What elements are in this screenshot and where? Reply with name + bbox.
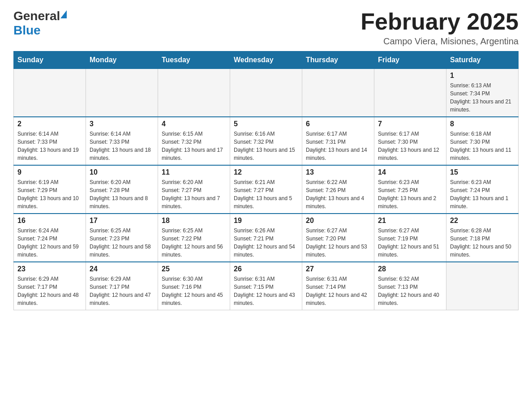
day-number: 17: [90, 217, 154, 225]
day-info: Sunrise: 6:27 AMSunset: 7:20 PMDaylight:…: [306, 227, 370, 259]
day-info: Sunrise: 6:23 AMSunset: 7:24 PMDaylight:…: [450, 178, 515, 210]
calendar-day-cell: 3Sunrise: 6:14 AMSunset: 7:33 PMDaylight…: [86, 117, 158, 165]
calendar-day-cell: 17Sunrise: 6:25 AMSunset: 7:23 PMDayligh…: [86, 214, 158, 262]
day-number: 26: [234, 265, 298, 273]
day-info: Sunrise: 6:20 AMSunset: 7:27 PMDaylight:…: [162, 178, 226, 210]
day-info: Sunrise: 6:14 AMSunset: 7:33 PMDaylight:…: [90, 130, 154, 162]
calendar-subtitle: Campo Viera, Misiones, Argentina: [360, 36, 519, 47]
day-of-week-header: Thursday: [302, 51, 374, 69]
day-number: 24: [90, 265, 154, 273]
day-info: Sunrise: 6:31 AMSunset: 7:14 PMDaylight:…: [306, 275, 370, 307]
calendar-day-cell: [374, 69, 446, 117]
calendar-day-cell: [86, 69, 158, 117]
calendar-day-cell: [230, 69, 302, 117]
calendar-week-row: 16Sunrise: 6:24 AMSunset: 7:24 PMDayligh…: [14, 214, 519, 262]
day-info: Sunrise: 6:16 AMSunset: 7:32 PMDaylight:…: [234, 130, 298, 162]
day-number: 25: [162, 265, 226, 273]
day-number: 3: [90, 120, 154, 128]
day-number: 9: [17, 168, 82, 176]
day-info: Sunrise: 6:19 AMSunset: 7:29 PMDaylight:…: [17, 178, 82, 210]
day-of-week-header: Monday: [86, 51, 158, 69]
day-info: Sunrise: 6:20 AMSunset: 7:28 PMDaylight:…: [90, 178, 154, 210]
day-number: 23: [17, 265, 82, 273]
day-number: 7: [378, 120, 442, 128]
calendar-week-row: 9Sunrise: 6:19 AMSunset: 7:29 PMDaylight…: [14, 165, 519, 214]
calendar-day-cell: 1Sunrise: 6:13 AMSunset: 7:34 PMDaylight…: [446, 69, 519, 117]
day-number: 18: [162, 217, 226, 225]
day-number: 11: [162, 168, 226, 176]
logo: General Blue: [13, 9, 67, 38]
calendar-day-cell: 9Sunrise: 6:19 AMSunset: 7:29 PMDaylight…: [14, 165, 86, 214]
day-info: Sunrise: 6:17 AMSunset: 7:30 PMDaylight:…: [378, 130, 442, 162]
day-info: Sunrise: 6:29 AMSunset: 7:17 PMDaylight:…: [90, 275, 154, 307]
day-number: 19: [234, 217, 298, 225]
day-number: 22: [450, 217, 515, 225]
calendar-day-cell: 7Sunrise: 6:17 AMSunset: 7:30 PMDaylight…: [374, 117, 446, 165]
day-number: 14: [378, 168, 442, 176]
day-number: 20: [306, 217, 370, 225]
calendar-day-cell: 10Sunrise: 6:20 AMSunset: 7:28 PMDayligh…: [86, 165, 158, 214]
day-info: Sunrise: 6:31 AMSunset: 7:15 PMDaylight:…: [234, 275, 298, 307]
calendar-day-cell: 16Sunrise: 6:24 AMSunset: 7:24 PMDayligh…: [14, 214, 86, 262]
day-number: 27: [306, 265, 370, 273]
page-header: General Blue February 2025 Campo Viera, …: [13, 9, 519, 47]
day-info: Sunrise: 6:18 AMSunset: 7:30 PMDaylight:…: [450, 130, 515, 162]
calendar-day-cell: 14Sunrise: 6:23 AMSunset: 7:25 PMDayligh…: [374, 165, 446, 214]
logo-arrow-icon: [60, 10, 67, 18]
calendar-day-cell: 15Sunrise: 6:23 AMSunset: 7:24 PMDayligh…: [446, 165, 519, 214]
calendar-day-cell: 26Sunrise: 6:31 AMSunset: 7:15 PMDayligh…: [230, 262, 302, 310]
logo-general-text: General: [13, 9, 60, 23]
calendar-day-cell: 8Sunrise: 6:18 AMSunset: 7:30 PMDaylight…: [446, 117, 519, 165]
day-info: Sunrise: 6:29 AMSunset: 7:17 PMDaylight:…: [17, 275, 82, 307]
calendar-header-row: SundayMondayTuesdayWednesdayThursdayFrid…: [14, 51, 519, 69]
day-number: 6: [306, 120, 370, 128]
calendar-day-cell: 2Sunrise: 6:14 AMSunset: 7:33 PMDaylight…: [14, 117, 86, 165]
day-info: Sunrise: 6:26 AMSunset: 7:21 PMDaylight:…: [234, 227, 298, 259]
day-number: 21: [378, 217, 442, 225]
calendar-day-cell: 20Sunrise: 6:27 AMSunset: 7:20 PMDayligh…: [302, 214, 374, 262]
day-info: Sunrise: 6:22 AMSunset: 7:26 PMDaylight:…: [306, 178, 370, 210]
calendar-day-cell: [446, 262, 519, 310]
day-number: 12: [234, 168, 298, 176]
day-number: 28: [378, 265, 442, 273]
calendar-day-cell: [14, 69, 86, 117]
calendar-day-cell: 28Sunrise: 6:32 AMSunset: 7:13 PMDayligh…: [374, 262, 446, 310]
logo-blue-text: Blue: [13, 23, 41, 38]
calendar-day-cell: 21Sunrise: 6:27 AMSunset: 7:19 PMDayligh…: [374, 214, 446, 262]
calendar-day-cell: 5Sunrise: 6:16 AMSunset: 7:32 PMDaylight…: [230, 117, 302, 165]
day-info: Sunrise: 6:24 AMSunset: 7:24 PMDaylight:…: [17, 227, 82, 259]
day-of-week-header: Wednesday: [230, 51, 302, 69]
day-number: 13: [306, 168, 370, 176]
day-info: Sunrise: 6:14 AMSunset: 7:33 PMDaylight:…: [17, 130, 82, 162]
calendar-day-cell: 4Sunrise: 6:15 AMSunset: 7:32 PMDaylight…: [158, 117, 230, 165]
day-info: Sunrise: 6:25 AMSunset: 7:22 PMDaylight:…: [162, 227, 226, 259]
day-info: Sunrise: 6:32 AMSunset: 7:13 PMDaylight:…: [378, 275, 442, 307]
day-number: 8: [450, 120, 515, 128]
day-number: 15: [450, 168, 515, 176]
day-info: Sunrise: 6:27 AMSunset: 7:19 PMDaylight:…: [378, 227, 442, 259]
day-info: Sunrise: 6:15 AMSunset: 7:32 PMDaylight:…: [162, 130, 226, 162]
calendar-day-cell: 24Sunrise: 6:29 AMSunset: 7:17 PMDayligh…: [86, 262, 158, 310]
calendar-week-row: 23Sunrise: 6:29 AMSunset: 7:17 PMDayligh…: [14, 262, 519, 310]
calendar-day-cell: [158, 69, 230, 117]
day-of-week-header: Sunday: [14, 51, 86, 69]
calendar-table: SundayMondayTuesdayWednesdayThursdayFrid…: [13, 51, 519, 310]
title-area: February 2025 Campo Viera, Misiones, Arg…: [360, 9, 519, 47]
day-info: Sunrise: 6:17 AMSunset: 7:31 PMDaylight:…: [306, 130, 370, 162]
day-info: Sunrise: 6:28 AMSunset: 7:18 PMDaylight:…: [450, 227, 515, 259]
calendar-day-cell: 25Sunrise: 6:30 AMSunset: 7:16 PMDayligh…: [158, 262, 230, 310]
calendar-day-cell: 13Sunrise: 6:22 AMSunset: 7:26 PMDayligh…: [302, 165, 374, 214]
calendar-day-cell: 18Sunrise: 6:25 AMSunset: 7:22 PMDayligh…: [158, 214, 230, 262]
day-info: Sunrise: 6:21 AMSunset: 7:27 PMDaylight:…: [234, 178, 298, 210]
calendar-day-cell: 22Sunrise: 6:28 AMSunset: 7:18 PMDayligh…: [446, 214, 519, 262]
day-number: 10: [90, 168, 154, 176]
calendar-week-row: 1Sunrise: 6:13 AMSunset: 7:34 PMDaylight…: [14, 69, 519, 117]
calendar-day-cell: 6Sunrise: 6:17 AMSunset: 7:31 PMDaylight…: [302, 117, 374, 165]
calendar-day-cell: [302, 69, 374, 117]
day-info: Sunrise: 6:30 AMSunset: 7:16 PMDaylight:…: [162, 275, 226, 307]
day-number: 5: [234, 120, 298, 128]
calendar-day-cell: 19Sunrise: 6:26 AMSunset: 7:21 PMDayligh…: [230, 214, 302, 262]
day-of-week-header: Tuesday: [158, 51, 230, 69]
day-number: 16: [17, 217, 82, 225]
day-number: 1: [450, 72, 515, 80]
